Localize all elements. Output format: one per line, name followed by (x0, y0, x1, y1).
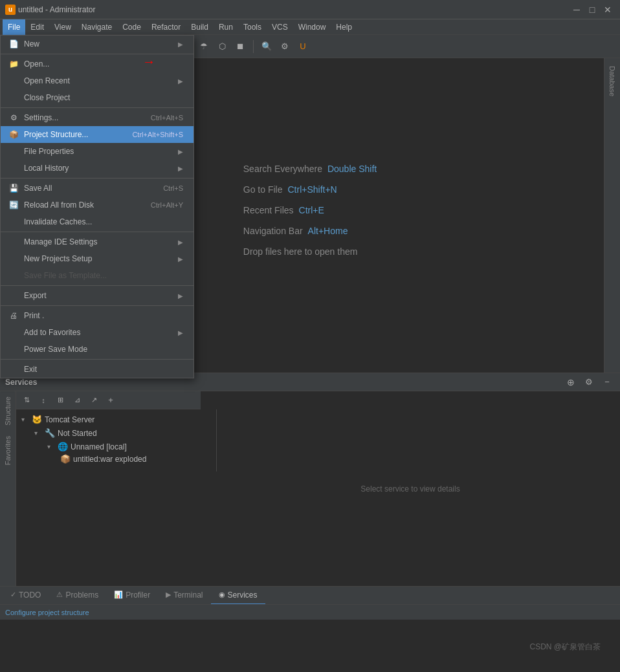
menu-project-structure-label: Project Structure... (24, 130, 88, 139)
search-toolbar-button[interactable]: 🔍 (259, 39, 274, 54)
welcome-goto-row: Go to File Ctrl+Shift+N (243, 184, 377, 195)
tab-terminal[interactable]: ▶ Terminal (158, 587, 210, 605)
tab-profiler[interactable]: 📊 Profiler (106, 587, 158, 605)
menu-bar: File Edit View Navigate Code Refactor Bu… (0, 19, 620, 35)
menu-help[interactable]: Help (331, 19, 357, 35)
menu-navigate[interactable]: Navigate (76, 19, 117, 35)
group-button[interactable]: ⊞ (52, 393, 68, 408)
sep3 (1, 178, 194, 179)
services-hide-button[interactable]: − (599, 374, 615, 390)
menu-new-label: New (24, 39, 39, 49)
menu-refactor[interactable]: Refactor (146, 19, 186, 35)
menu-file[interactable]: File (3, 19, 25, 35)
artifact-row[interactable]: 📦 untitled:war exploded (55, 453, 216, 465)
menu-add-to-favorites-left: Add to Favorites (8, 328, 80, 337)
jump-button[interactable]: ↗ (86, 393, 102, 408)
tab-todo[interactable]: ✓ TODO (3, 587, 49, 605)
menu-new-projects-setup[interactable]: New Projects Setup ▶ (1, 250, 194, 267)
filter-button[interactable]: ⊿ (69, 393, 85, 408)
menu-file-properties-label: File Properties (24, 147, 74, 156)
unnamed-local-label: Unnamed [local] (71, 442, 127, 451)
collapse-all-button[interactable]: ⇅ (19, 393, 34, 408)
recent-files-shortcut: Ctrl+E (299, 205, 324, 215)
settings-toolbar-button[interactable]: ⚙ (277, 39, 293, 54)
menu-edit[interactable]: Edit (25, 19, 49, 35)
drop-files-label: Drop files here to open them (243, 246, 358, 257)
close-button[interactable]: ✕ (601, 3, 615, 17)
expand-all-button[interactable]: ↕ (36, 393, 51, 408)
menu-reload-disk[interactable]: 🔄 Reload All from Disk Ctrl+Alt+Y (1, 197, 194, 213)
tomcat-server-row[interactable]: ▾ 🐱 Tomcat Server (16, 413, 216, 426)
menu-close-project-left: Close Project (8, 93, 70, 102)
status-bar: Configure project structure (0, 604, 620, 620)
menu-window[interactable]: Window (293, 19, 331, 35)
menu-open-left: 📁 Open... (8, 60, 49, 69)
menu-open-recent[interactable]: Open Recent ▶ (1, 72, 194, 89)
menu-code[interactable]: Code (117, 19, 146, 35)
unnamed-local-row[interactable]: ▾ 🌐 Unnamed [local] (42, 440, 216, 453)
database-tab[interactable]: Database (606, 61, 619, 102)
menu-view[interactable]: View (49, 19, 76, 35)
services-settings-button[interactable]: ⚙ (581, 374, 597, 390)
tomcat-collapse-arrow: ▾ (21, 416, 29, 423)
welcome-recent-row: Recent Files Ctrl+E (243, 205, 377, 215)
tab-services[interactable]: ◉ Services (211, 587, 265, 605)
sep5 (1, 285, 194, 286)
coverage-button[interactable]: ☂ (196, 39, 212, 54)
menu-open[interactable]: 📁 Open... (1, 56, 194, 72)
project-structure-shortcut: Ctrl+Alt+Shift+S (132, 131, 183, 138)
menu-file-properties[interactable]: File Properties ▶ (1, 143, 194, 160)
menu-invalidate-caches-label: Invalidate Caches... (24, 217, 92, 226)
menu-settings-label: Settings... (24, 113, 58, 122)
menu-run[interactable]: Run (214, 19, 238, 35)
profile-button[interactable]: ⬡ (214, 39, 230, 54)
menu-export-label: Export (24, 291, 47, 300)
not-started-row[interactable]: ▾ 🔧 Not Started (29, 427, 216, 439)
services-tree: ▾ 🐱 Tomcat Server ▾ 🔧 Not Started (16, 409, 217, 471)
menu-new[interactable]: 📄 New ▶ (1, 36, 194, 52)
menu-save-as-template-label: Save File as Template... (24, 271, 107, 280)
menu-build[interactable]: Build (186, 19, 214, 35)
services-panel: Services ⊕ ⚙ − Structure Favorites ⇅ ↕ ⊞ (0, 373, 620, 586)
favorites-tab[interactable]: Favorites (1, 431, 14, 470)
menu-exit-label: Exit (24, 365, 37, 374)
maximize-button[interactable]: □ (585, 3, 599, 17)
unnamed-local-item: ▾ 🌐 Unnamed [local] 📦 untitled:war explo… (42, 439, 216, 466)
menu-export[interactable]: Export ▶ (1, 287, 194, 304)
menu-power-save-mode[interactable]: Power Save Mode (1, 341, 194, 358)
menu-reload-disk-left: 🔄 Reload All from Disk (8, 201, 94, 210)
menu-tools[interactable]: Tools (238, 19, 267, 35)
tomcat-server-label: Tomcat Server (45, 415, 94, 424)
sep6 (1, 305, 194, 306)
menu-project-structure[interactable]: 📦 Project Structure... Ctrl+Alt+Shift+S (1, 126, 194, 143)
bottom-tabs: ✓ TODO ⚠ Problems 📊 Profiler ▶ Terminal … (0, 586, 620, 604)
menu-exit[interactable]: Exit (1, 361, 194, 378)
unnamed-icon: 🌐 (58, 442, 68, 451)
search-everywhere-shortcut: Double Shift (327, 164, 377, 174)
menu-print[interactable]: 🖨 Print . (1, 307, 194, 324)
menu-settings[interactable]: ⚙ Settings... Ctrl+Alt+S (1, 109, 194, 126)
menu-vcs[interactable]: VCS (267, 19, 293, 35)
toolbar-sep3 (253, 40, 254, 53)
menu-open-label: Open... (24, 60, 49, 69)
unnamed-arrow: ▾ (47, 443, 55, 450)
menu-close-project[interactable]: Close Project (1, 89, 194, 106)
menu-save-all[interactable]: 💾 Save All Ctrl+S (1, 180, 194, 197)
welcome-content: Search Everywhere Double Shift Go to Fil… (230, 151, 390, 280)
menu-manage-ide-settings[interactable]: Manage IDE Settings ▶ (1, 233, 194, 250)
select-service-hint: Select service to view details (360, 484, 459, 493)
status-message[interactable]: Configure project structure (5, 609, 89, 616)
menu-invalidate-caches[interactable]: Invalidate Caches... (1, 213, 194, 230)
services-add-button[interactable]: ⊕ (563, 374, 579, 390)
settings-shortcut: Ctrl+Alt+S (151, 114, 183, 122)
stop-button[interactable]: ⏹ (232, 39, 248, 54)
minimize-button[interactable]: ─ (570, 3, 584, 17)
unnamed-children: 📦 untitled:war exploded (42, 453, 216, 465)
structure-tab[interactable]: Structure (1, 391, 14, 431)
menu-add-to-favorites[interactable]: Add to Favorites ▶ (1, 324, 194, 341)
menu-reload-disk-label: Reload All from Disk (24, 201, 94, 210)
tab-problems[interactable]: ⚠ Problems (49, 587, 106, 605)
add-service-button[interactable]: + (103, 393, 118, 408)
menu-save-all-left: 💾 Save All (8, 184, 52, 193)
menu-local-history[interactable]: Local History ▶ (1, 160, 194, 177)
